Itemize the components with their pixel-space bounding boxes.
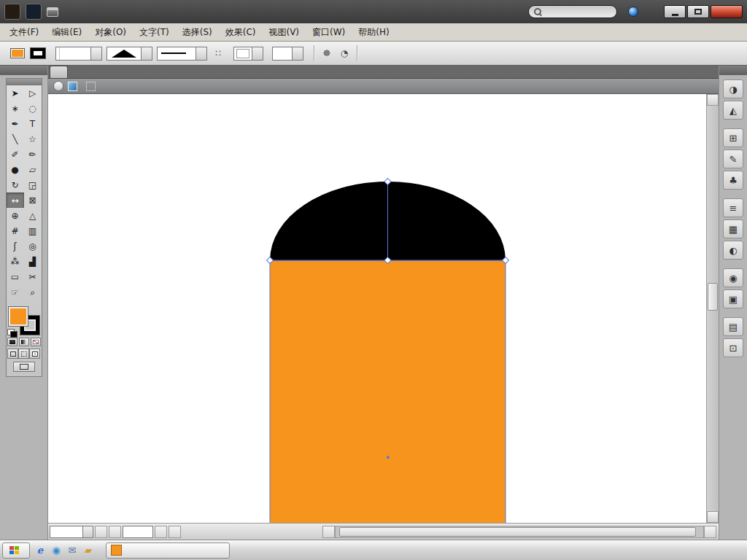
paintbrush-tool[interactable]: ✐	[7, 147, 24, 162]
direct-selection-tool[interactable]: ▷	[24, 85, 42, 101]
recolor-artwork-icon[interactable]: ☸	[320, 47, 333, 60]
draw-behind-button[interactable]	[18, 349, 29, 359]
width-tool[interactable]: ↔	[7, 192, 24, 208]
eraser-tool[interactable]: ▱	[24, 162, 42, 177]
blend-tool[interactable]: ◎	[24, 238, 42, 254]
lasso-tool[interactable]: ◌	[24, 101, 42, 116]
stroke-weight-field[interactable]	[60, 49, 90, 58]
opacity-field[interactable]	[273, 49, 292, 58]
artboard-number-select[interactable]	[123, 526, 153, 538]
help-search-box[interactable]	[528, 5, 617, 18]
shape-builder-tool[interactable]: ⊕	[7, 208, 24, 223]
pencil-tool[interactable]: ✏	[24, 147, 42, 162]
gradient-tool[interactable]: ▥	[24, 223, 42, 238]
arrange-documents-button[interactable]	[47, 7, 61, 17]
artboards-panel-icon[interactable]: ⊡	[723, 338, 743, 357]
appearance-panel-icon[interactable]: ◉	[723, 268, 743, 287]
scroll-right-button[interactable]	[704, 526, 716, 538]
pen-tool[interactable]: ✒	[7, 116, 24, 131]
width-profile-dropdown[interactable]	[107, 47, 152, 61]
stroke-weight-dropdown-icon[interactable]	[90, 47, 101, 60]
rotate-tool[interactable]: ↻	[7, 177, 24, 192]
stroke-weight-combo[interactable]	[55, 47, 102, 61]
panels-dock-expand-button[interactable]	[719, 66, 747, 75]
color-guide-panel-icon[interactable]: ◭	[723, 101, 743, 120]
menu-help[interactable]: 帮助(H)	[352, 23, 395, 41]
eyedropper-tool[interactable]: ʃ	[7, 238, 24, 254]
screen-mode-button[interactable]	[13, 362, 35, 372]
stroke-color-dropdown[interactable]	[31, 48, 47, 58]
horizontal-scrollbar[interactable]	[322, 526, 716, 538]
search-input[interactable]	[546, 7, 611, 17]
last-page-button[interactable]	[169, 526, 181, 538]
transparency-panel-icon[interactable]: ◐	[723, 241, 743, 260]
magic-wand-tool[interactable]: ∗	[7, 101, 24, 116]
brushes-panel-icon[interactable]: ✎	[723, 149, 743, 168]
draw-normal-button[interactable]	[7, 349, 18, 359]
menu-file[interactable]: 文件(F)	[3, 23, 45, 41]
gradient-button[interactable]	[19, 338, 29, 346]
graphic-styles-panel-icon[interactable]: ▣	[723, 289, 743, 308]
gradient-panel-icon[interactable]: ▦	[723, 219, 743, 238]
menu-edit[interactable]: 编辑(E)	[45, 23, 88, 41]
menu-effect[interactable]: 效果(C)	[219, 23, 263, 41]
swatches-panel-icon[interactable]: ⊞	[723, 128, 743, 147]
menu-object[interactable]: 对象(O)	[88, 23, 133, 41]
type-tool[interactable]: T	[24, 116, 42, 131]
default-fill-stroke-icon[interactable]	[7, 329, 18, 337]
horizontal-scroll-track[interactable]	[335, 526, 704, 538]
prev-page-button[interactable]	[109, 526, 121, 538]
quicklaunch-mail-icon[interactable]: ✉	[65, 543, 80, 558]
symbol-sprayer-tool[interactable]: ⁂	[7, 254, 24, 269]
graphic-style-dropdown[interactable]	[233, 47, 263, 61]
fill-color-dropdown[interactable]	[10, 48, 26, 58]
artboard-number-field[interactable]	[123, 527, 139, 536]
quicklaunch-ie-icon[interactable]: e	[33, 543, 47, 558]
blob-brush-tool[interactable]: ●	[7, 162, 24, 177]
tools-dock-collapse-button[interactable]	[0, 66, 47, 75]
vertical-scrollbar[interactable]	[706, 94, 719, 523]
perspective-grid-tool[interactable]: △	[24, 208, 42, 223]
canvas[interactable]	[48, 94, 706, 523]
scroll-down-button[interactable]	[707, 511, 719, 523]
menu-type[interactable]: 文字(T)	[133, 23, 176, 41]
exit-isolation-back-button[interactable]	[53, 81, 63, 91]
column-graph-tool[interactable]: ▟	[24, 254, 42, 269]
draw-inside-button[interactable]	[29, 349, 40, 359]
menu-window[interactable]: 窗口(W)	[306, 23, 352, 41]
line-segment-tool[interactable]: ╲	[7, 131, 24, 147]
horizontal-scroll-thumb[interactable]	[339, 527, 696, 537]
fill-color-box[interactable]	[9, 307, 28, 326]
color-panel-icon[interactable]: ◑	[723, 79, 743, 98]
symbols-panel-icon[interactable]: ♣	[723, 171, 743, 190]
hand-tool[interactable]: ☞	[7, 284, 24, 300]
start-button[interactable]	[2, 542, 30, 559]
free-transform-tool[interactable]: ⊠	[24, 192, 42, 208]
menu-view[interactable]: 视图(V)	[262, 23, 306, 41]
opacity-combo[interactable]	[272, 47, 303, 61]
vertical-scroll-thumb[interactable]	[708, 283, 718, 311]
scale-tool[interactable]: ◲	[24, 177, 42, 192]
none-button[interactable]	[31, 338, 41, 346]
artwork[interactable]	[48, 94, 706, 523]
bridge-launch-button[interactable]	[26, 4, 42, 20]
stroke-panel-icon[interactable]: ≡	[723, 198, 743, 217]
next-page-button[interactable]	[155, 526, 167, 538]
close-button[interactable]	[711, 5, 743, 18]
taskbar-window-button[interactable]	[106, 542, 230, 559]
scroll-up-button[interactable]	[707, 94, 719, 106]
zoom-tool[interactable]: ⌕	[24, 284, 42, 300]
menu-select[interactable]: 选择(S)	[176, 23, 219, 41]
brush-definition-dropdown[interactable]	[157, 47, 207, 61]
color-button[interactable]	[7, 338, 18, 346]
document-tab[interactable]	[50, 66, 68, 78]
zoom-level-select[interactable]	[50, 526, 93, 538]
layers-panel-icon[interactable]: ▤	[723, 317, 743, 336]
star-tool[interactable]: ☆	[24, 131, 42, 147]
restore-button[interactable]	[687, 5, 709, 18]
slice-tool[interactable]: ✂	[24, 269, 42, 284]
cs-live-button[interactable]	[622, 4, 651, 19]
workspace-switcher-button[interactable]	[508, 9, 523, 14]
scroll-left-button[interactable]	[322, 526, 335, 538]
quicklaunch-media-icon[interactable]: ◉	[49, 543, 63, 558]
